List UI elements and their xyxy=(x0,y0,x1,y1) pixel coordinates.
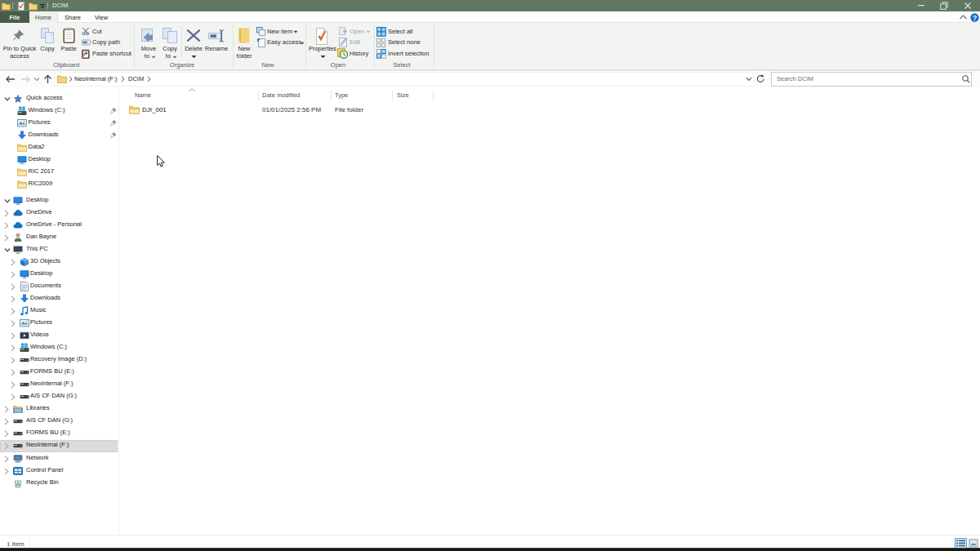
svg-text:?: ? xyxy=(973,14,977,22)
